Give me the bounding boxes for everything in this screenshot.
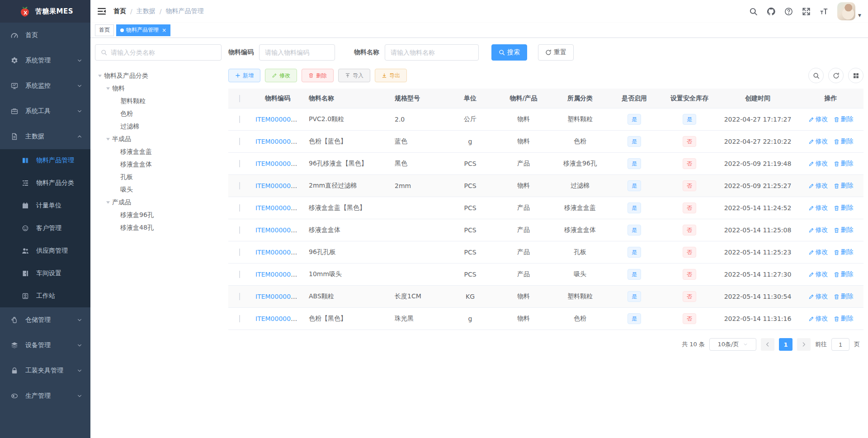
- sidebar-item-tooling-fixture-management[interactable]: 工装夹具管理: [0, 358, 90, 383]
- breadcrumb-item[interactable]: 主数据: [137, 7, 156, 15]
- sidebar-item-warehouse-management[interactable]: 仓储管理: [0, 307, 90, 333]
- row-checkbox[interactable]: [239, 271, 240, 278]
- sidebar-item-equipment-management[interactable]: 设备管理: [0, 333, 90, 358]
- row-delete-link[interactable]: 删除: [834, 315, 854, 323]
- next-page-button[interactable]: [797, 338, 811, 351]
- search-button[interactable]: 搜索: [491, 44, 527, 61]
- sidebar-item-workshop-settings[interactable]: 车间设置: [0, 262, 90, 285]
- user-menu[interactable]: ▼: [837, 2, 861, 20]
- tree-filter-input[interactable]: [111, 49, 216, 56]
- refresh-table-button[interactable]: [828, 68, 844, 83]
- row-delete-link[interactable]: 删除: [834, 226, 854, 234]
- tree-node[interactable]: 吸头: [95, 184, 222, 196]
- sidebar-item-system-monitor[interactable]: 系统监控: [0, 73, 90, 99]
- row-checkbox[interactable]: [239, 138, 240, 145]
- row-edit-link[interactable]: 修改: [808, 182, 828, 190]
- tree-node[interactable]: 色粉: [95, 108, 222, 120]
- row-delete-link[interactable]: 删除: [834, 270, 854, 278]
- goto-page-input[interactable]: [831, 338, 849, 351]
- row-delete-link[interactable]: 删除: [834, 182, 854, 190]
- item-code-link[interactable]: ITEM00000037: [255, 116, 303, 123]
- close-icon[interactable]: ×: [162, 28, 166, 33]
- tab-active[interactable]: 物料产品管理×: [116, 24, 170, 36]
- tree-expand-caret-icon[interactable]: [96, 74, 104, 78]
- breadcrumb-item[interactable]: 首页: [113, 7, 126, 15]
- row-checkbox[interactable]: [239, 116, 240, 123]
- tree-node[interactable]: 塑料颗粒: [95, 95, 222, 108]
- export-button[interactable]: 导出: [375, 69, 407, 82]
- fullscreen-icon[interactable]: [802, 7, 811, 16]
- row-edit-link[interactable]: 修改: [808, 204, 828, 212]
- tree-node[interactable]: 半成品: [95, 133, 222, 146]
- page-size-select[interactable]: 10条/页: [709, 338, 756, 351]
- sidebar-item-workstation[interactable]: 工作站: [0, 285, 90, 307]
- sidebar-item-material-product-category[interactable]: 物料产品分类: [0, 172, 90, 194]
- sidebar-item-system-management[interactable]: 系统管理: [0, 48, 90, 73]
- row-checkbox[interactable]: [239, 315, 240, 322]
- tree-expand-caret-icon[interactable]: [104, 201, 112, 204]
- row-edit-link[interactable]: 修改: [808, 248, 828, 256]
- delete-button[interactable]: 删除: [302, 69, 334, 82]
- item-code-link[interactable]: ITEM00000053: [255, 249, 303, 256]
- hamburger-icon[interactable]: [97, 7, 106, 16]
- add-button[interactable]: 新增: [228, 69, 260, 82]
- code-input[interactable]: [265, 49, 329, 56]
- item-code-link[interactable]: ITEM00000052: [255, 226, 303, 234]
- tree-node[interactable]: 产成品: [95, 196, 222, 209]
- row-edit-link[interactable]: 修改: [808, 292, 828, 301]
- breadcrumb-item[interactable]: 物料产品管理: [165, 7, 203, 15]
- sidebar-item-system-tools[interactable]: 系统工具: [0, 99, 90, 124]
- item-code-link[interactable]: ITEM00000056: [255, 315, 303, 322]
- row-edit-link[interactable]: 修改: [808, 137, 828, 146]
- row-checkbox[interactable]: [239, 293, 240, 300]
- row-delete-link[interactable]: 删除: [834, 115, 854, 123]
- row-edit-link[interactable]: 修改: [808, 270, 828, 278]
- row-checkbox[interactable]: [239, 204, 240, 212]
- sidebar-item-master-data[interactable]: 主数据: [0, 124, 90, 149]
- github-icon[interactable]: [767, 7, 775, 16]
- sidebar-item-customer-management[interactable]: 客户管理: [0, 217, 90, 240]
- item-code-link[interactable]: ITEM00000054: [255, 271, 303, 278]
- item-code-link[interactable]: ITEM00000049: [255, 182, 303, 189]
- row-checkbox[interactable]: [239, 160, 240, 167]
- row-checkbox[interactable]: [239, 182, 240, 189]
- row-checkbox[interactable]: [239, 249, 240, 256]
- row-delete-link[interactable]: 删除: [834, 248, 854, 256]
- tree-node[interactable]: 过滤棉: [95, 120, 222, 133]
- tree-expand-caret-icon[interactable]: [104, 137, 112, 141]
- page-1-button[interactable]: 1: [779, 338, 793, 351]
- font-size-icon[interactable]: [820, 7, 828, 16]
- tree-node[interactable]: 移液盒96孔: [95, 209, 222, 221]
- tree-node[interactable]: 移液盒盒盖: [95, 146, 222, 158]
- item-code-link[interactable]: ITEM00000055: [255, 293, 303, 300]
- row-checkbox[interactable]: [239, 226, 240, 234]
- tree-node[interactable]: 物料及产品分类: [95, 70, 222, 82]
- tree-node[interactable]: 移液盒48孔: [95, 221, 222, 234]
- edit-button[interactable]: 修改: [265, 69, 297, 82]
- sidebar-item-home[interactable]: 首页: [0, 23, 90, 48]
- row-delete-link[interactable]: 删除: [834, 204, 854, 212]
- sidebar-item-production-management[interactable]: 生产管理: [0, 383, 90, 409]
- select-all-checkbox[interactable]: [239, 95, 240, 102]
- columns-button[interactable]: [848, 68, 863, 83]
- item-code-link[interactable]: ITEM00000051: [255, 204, 303, 212]
- row-edit-link[interactable]: 修改: [808, 226, 828, 234]
- row-delete-link[interactable]: 删除: [834, 292, 854, 301]
- question-icon[interactable]: [784, 7, 793, 16]
- logo[interactable]: 苦糖果MES: [0, 0, 90, 23]
- prev-page-button[interactable]: [761, 338, 774, 351]
- row-edit-link[interactable]: 修改: [808, 160, 828, 168]
- search-icon[interactable]: [749, 7, 758, 16]
- sidebar-item-material-product-management[interactable]: 物料产品管理: [0, 149, 90, 172]
- row-edit-link[interactable]: 修改: [808, 315, 828, 323]
- name-input[interactable]: [391, 49, 473, 56]
- reset-button[interactable]: 重置: [538, 44, 574, 61]
- tree-node[interactable]: 移液盒盒体: [95, 158, 222, 171]
- tab-item[interactable]: 首页: [95, 24, 114, 36]
- tree-node[interactable]: 物料: [95, 82, 222, 95]
- tree-expand-caret-icon[interactable]: [104, 87, 112, 90]
- item-code-link[interactable]: ITEM00000046: [255, 160, 303, 167]
- row-delete-link[interactable]: 删除: [834, 137, 854, 146]
- tree-node[interactable]: 孔板: [95, 171, 222, 184]
- sidebar-item-measurement-unit[interactable]: 计量单位: [0, 194, 90, 217]
